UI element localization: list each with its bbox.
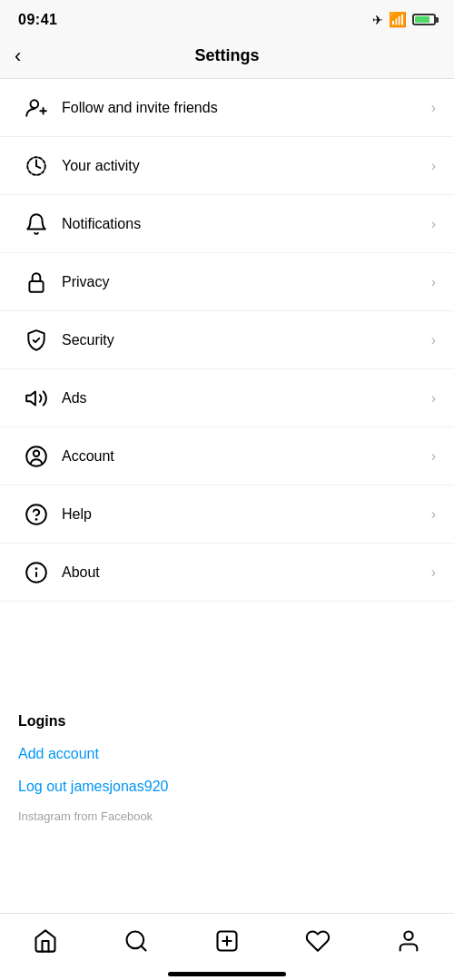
- menu-label-follow: Follow and invite friends: [62, 100, 431, 116]
- bottom-nav: [0, 913, 454, 965]
- help-icon: [18, 496, 54, 533]
- battery-fill: [415, 16, 429, 23]
- menu-label-security: Security: [62, 332, 431, 348]
- page-title: Settings: [194, 46, 259, 65]
- svg-rect-2: [29, 280, 43, 291]
- chevron-icon: ›: [431, 564, 436, 581]
- menu-label-help: Help: [62, 506, 431, 523]
- nav-item-heart[interactable]: [291, 925, 345, 957]
- add-icon: [214, 928, 240, 954]
- shield-icon: [18, 322, 54, 358]
- chevron-icon: ›: [431, 390, 436, 407]
- chevron-icon: ›: [431, 448, 436, 465]
- instagram-footer: Instagram from Facebook: [18, 809, 436, 823]
- menu-item-account[interactable]: Account ›: [0, 427, 454, 485]
- menu-label-account: Account: [62, 448, 431, 465]
- menu-label-about: About: [62, 564, 431, 581]
- bell-icon: [18, 206, 54, 242]
- chevron-icon: ›: [431, 332, 436, 348]
- home-bar: [168, 972, 286, 976]
- battery-icon: [412, 14, 436, 25]
- status-bar: 09:41 ✈ 📶: [0, 0, 454, 34]
- nav-item-home[interactable]: [18, 925, 73, 957]
- menu-label-activity: Your activity: [62, 158, 431, 174]
- chevron-icon: ›: [431, 216, 436, 232]
- lock-icon: [18, 264, 54, 300]
- chevron-icon: ›: [431, 158, 436, 174]
- heart-icon: [305, 928, 331, 954]
- logout-link[interactable]: Log out jamesjonas920: [18, 779, 436, 795]
- ads-icon: [18, 380, 54, 416]
- spacer: [0, 823, 454, 913]
- menu-item-activity[interactable]: Your activity ›: [0, 137, 454, 195]
- status-time: 09:41: [18, 12, 57, 28]
- account-icon: [18, 438, 54, 475]
- nav-item-add[interactable]: [200, 925, 254, 957]
- menu-label-privacy: Privacy: [62, 274, 431, 290]
- back-button[interactable]: ‹: [15, 46, 21, 66]
- logins-section: Logins Add account Log out jamesjonas920…: [0, 691, 454, 823]
- info-icon: [18, 554, 54, 591]
- nav-item-search[interactable]: [109, 925, 163, 957]
- svg-point-7: [26, 505, 46, 524]
- follow-icon: [18, 90, 54, 126]
- menu-label-ads: Ads: [62, 390, 431, 407]
- settings-menu-list: Follow and invite friends › Your activit…: [0, 79, 454, 691]
- svg-line-13: [141, 946, 145, 950]
- menu-item-help[interactable]: Help ›: [0, 485, 454, 544]
- activity-icon: [18, 148, 54, 184]
- nav-item-profile[interactable]: [381, 925, 436, 957]
- search-icon: [123, 928, 149, 954]
- home-icon: [33, 928, 58, 954]
- menu-item-security[interactable]: Security ›: [0, 311, 454, 369]
- chevron-icon: ›: [431, 506, 436, 523]
- menu-item-privacy[interactable]: Privacy ›: [0, 253, 454, 311]
- svg-point-6: [34, 450, 40, 456]
- logins-title: Logins: [18, 713, 436, 730]
- menu-label-notifications: Notifications: [62, 216, 431, 232]
- airplane-icon: ✈: [372, 13, 383, 27]
- chevron-icon: ›: [431, 274, 436, 290]
- settings-header: ‹ Settings: [0, 34, 454, 79]
- menu-item-notifications[interactable]: Notifications ›: [0, 195, 454, 253]
- status-icons: ✈ 📶: [372, 11, 436, 28]
- svg-point-0: [31, 100, 39, 108]
- profile-icon: [396, 928, 421, 954]
- wifi-icon: 📶: [389, 11, 407, 28]
- home-indicator: [0, 965, 454, 980]
- menu-item-follow[interactable]: Follow and invite friends ›: [0, 79, 454, 137]
- add-account-link[interactable]: Add account: [18, 746, 436, 762]
- menu-item-ads[interactable]: Ads ›: [0, 369, 454, 427]
- menu-item-about[interactable]: About ›: [0, 544, 454, 602]
- svg-point-17: [404, 932, 412, 940]
- svg-marker-3: [26, 391, 35, 405]
- chevron-icon: ›: [431, 100, 436, 116]
